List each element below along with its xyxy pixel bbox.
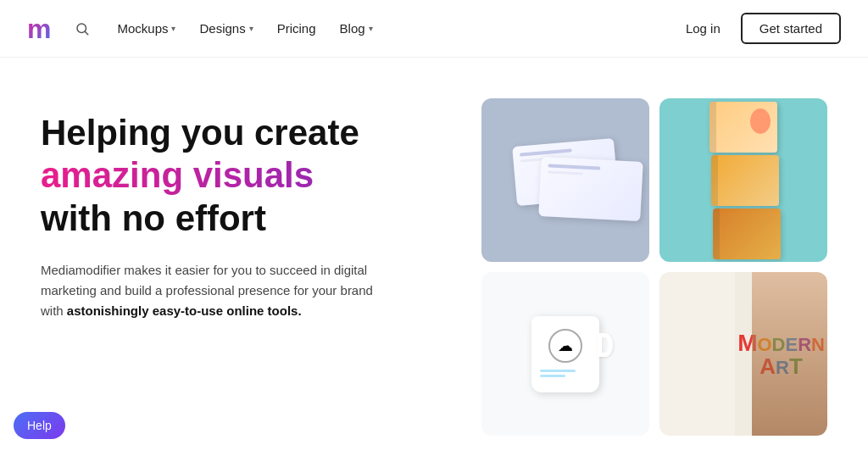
hero-subtitle-bold: astonishingly easy-to-use online tools. <box>67 303 302 318</box>
hero-left: Helping you create amazing visuals with … <box>41 98 448 456</box>
mug-line-2 <box>540 375 565 377</box>
logo-text: m <box>27 14 51 44</box>
hero-title-line3: with no effort <box>41 198 266 238</box>
bc-line-3 <box>548 164 601 170</box>
hero-subtitle: Mediamodifier makes it easier for you to… <box>41 260 397 321</box>
book-2 <box>711 155 779 206</box>
mug-mockup: ☁ <box>531 316 599 392</box>
nav-right: Log in Get started <box>676 13 841 44</box>
nav-mockups[interactable]: Mockups ▾ <box>107 14 186 42</box>
get-started-button[interactable]: Get started <box>741 13 841 44</box>
nav-blog[interactable]: Blog ▾ <box>330 14 383 42</box>
navbar: m Mockups ▾ Designs ▾ Pricing Blog ▾ Log… <box>0 0 868 58</box>
nav-items: Mockups ▾ Designs ▾ Pricing Blog ▾ <box>107 14 671 42</box>
search-button[interactable] <box>68 14 97 43</box>
hero-image-2 <box>659 98 827 262</box>
nav-mockups-label: Mockups <box>117 21 168 36</box>
search-icon <box>75 21 90 36</box>
bc-line-1 <box>520 148 573 156</box>
hero-image-grid: ☁ MODERN ART <box>481 98 827 456</box>
svg-line-1 <box>86 31 88 34</box>
business-card-front <box>538 156 643 220</box>
book-3 <box>713 209 781 259</box>
login-label: Log in <box>686 21 721 36</box>
get-started-label: Get started <box>760 21 822 36</box>
mug-handle <box>598 333 613 357</box>
book-1 <box>709 102 777 153</box>
bc-line-4 <box>548 170 583 175</box>
svg-point-0 <box>77 24 86 33</box>
hero-image-4: MODERN ART <box>659 272 827 436</box>
hero-image-3: ☁ <box>481 272 649 436</box>
mug-design: ☁ <box>540 329 591 388</box>
nav-pricing[interactable]: Pricing <box>267 14 326 42</box>
mug-body: ☁ <box>531 316 599 392</box>
hero-title-line1: Helping you create <box>41 113 359 153</box>
nav-pricing-label: Pricing <box>277 21 316 36</box>
mug-lines <box>540 370 591 377</box>
business-card-mockup <box>481 98 649 262</box>
chevron-down-icon: ▾ <box>171 24 175 33</box>
logo[interactable]: m <box>27 15 51 42</box>
chevron-down-icon-3: ▾ <box>369 24 373 33</box>
hero-title-highlight: amazing visuals <box>41 155 314 195</box>
nav-designs-label: Designs <box>199 21 245 36</box>
hero-section: Helping you create amazing visuals with … <box>0 58 868 456</box>
mug-line-1 <box>540 370 576 372</box>
help-button[interactable]: Help <box>14 412 65 439</box>
person-silhouette <box>752 272 827 436</box>
nav-blog-label: Blog <box>340 21 365 36</box>
nav-designs[interactable]: Designs ▾ <box>189 14 263 42</box>
hero-image-1 <box>481 98 649 262</box>
chevron-down-icon-2: ▾ <box>249 24 253 33</box>
help-label: Help <box>27 419 52 432</box>
login-button[interactable]: Log in <box>676 14 731 42</box>
hero-title: Helping you create amazing visuals with … <box>41 112 448 240</box>
book-mockup <box>709 102 777 259</box>
